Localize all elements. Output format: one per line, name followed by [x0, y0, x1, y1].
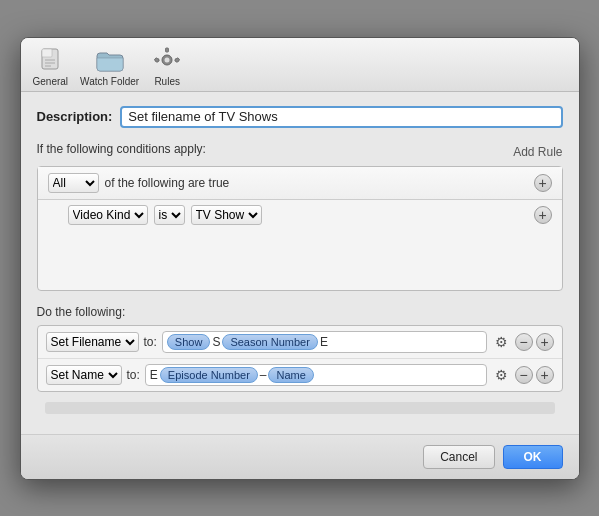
ok-button[interactable]: OK: [503, 445, 563, 469]
toolbar-general[interactable]: General: [33, 46, 69, 87]
to-label-2: to:: [127, 368, 140, 382]
add-rule-button[interactable]: Add Rule: [513, 145, 562, 159]
token-sep-s: S: [212, 335, 220, 349]
token-field-1[interactable]: Show S Season Number E: [162, 331, 487, 353]
content-area: Description: If the following conditions…: [21, 92, 579, 434]
description-row: Description:: [37, 106, 563, 128]
token-sep-e: E: [320, 335, 328, 349]
toolbar-watch-folder[interactable]: Watch Folder: [80, 46, 139, 87]
svg-rect-1: [42, 49, 52, 57]
condition-row: Video Kind is TV Show +: [38, 200, 562, 230]
scrollbar[interactable]: [45, 402, 555, 414]
action-select-2[interactable]: Set Name: [46, 365, 122, 385]
conditions-section-header: If the following conditions apply: Add R…: [37, 142, 563, 162]
condition-field-select[interactable]: Video Kind: [68, 205, 148, 225]
conditions-box: All Any None of the following are true +…: [37, 166, 563, 291]
toolbar-general-label: General: [33, 76, 69, 87]
folder-icon: [94, 46, 126, 74]
toolbar-watch-folder-label: Watch Folder: [80, 76, 139, 87]
token-field-2[interactable]: E Episode Number – Name: [145, 364, 487, 386]
add-condition-row-button[interactable]: +: [534, 206, 552, 224]
conditions-body: Video Kind is TV Show +: [38, 200, 562, 290]
footer: Cancel OK: [21, 434, 579, 479]
action-icons-2: ⚙ − +: [492, 365, 554, 385]
do-label: Do the following:: [37, 305, 563, 319]
token-show: Show: [167, 334, 211, 350]
token-name: Name: [268, 367, 313, 383]
remove-action-button-2[interactable]: −: [515, 366, 533, 384]
do-section: Do the following: Set Filename to: Show …: [37, 305, 563, 392]
add-action-button-1[interactable]: +: [536, 333, 554, 351]
remove-action-button-1[interactable]: −: [515, 333, 533, 351]
actions-box: Set Filename to: Show S Season Number E …: [37, 325, 563, 392]
token-episode-number: Episode Number: [160, 367, 258, 383]
action-gear-button-1[interactable]: ⚙: [492, 332, 512, 352]
action-row-2: Set Name to: E Episode Number – Name ⚙ −…: [38, 359, 562, 391]
conditions-header: All Any None of the following are true +: [38, 167, 562, 200]
add-action-button-2[interactable]: +: [536, 366, 554, 384]
action-icons-1: ⚙ − +: [492, 332, 554, 352]
condition-value-select[interactable]: TV Show: [191, 205, 262, 225]
main-window: General Watch Folder: [20, 37, 580, 480]
add-condition-button[interactable]: +: [534, 174, 552, 192]
action-row-1: Set Filename to: Show S Season Number E …: [38, 326, 562, 359]
token-sep-e2: E: [150, 368, 158, 382]
conditions-label: If the following conditions apply:: [37, 142, 206, 156]
description-label: Description:: [37, 109, 113, 124]
action-select-1[interactable]: Set Filename: [46, 332, 139, 352]
match-select[interactable]: All Any None: [48, 173, 99, 193]
of-following-text: of the following are true: [105, 176, 230, 190]
to-label-1: to:: [144, 335, 157, 349]
toolbar: General Watch Folder: [21, 38, 579, 92]
token-season-number: Season Number: [222, 334, 318, 350]
toolbar-rules-label: Rules: [154, 76, 180, 87]
token-dash: –: [260, 368, 267, 382]
doc-icon: [34, 46, 66, 74]
cancel-button[interactable]: Cancel: [423, 445, 494, 469]
svg-point-6: [165, 57, 170, 62]
svg-rect-8: [166, 48, 169, 52]
gear-icon: [151, 46, 183, 74]
toolbar-rules[interactable]: Rules: [151, 46, 183, 87]
action-gear-button-2[interactable]: ⚙: [492, 365, 512, 385]
condition-operator-select[interactable]: is: [154, 205, 185, 225]
description-input[interactable]: [120, 106, 562, 128]
